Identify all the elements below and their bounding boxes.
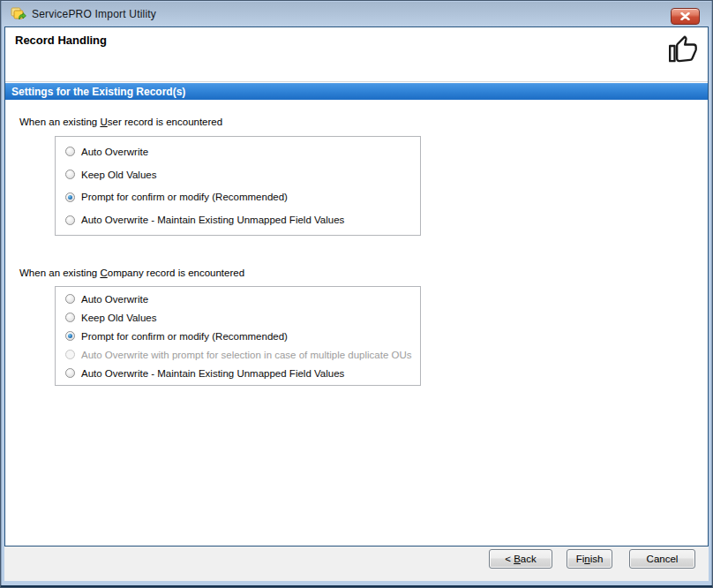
- user-record-groupbox: Auto Overwrite Keep Old Values Prompt fo…: [55, 136, 421, 236]
- radio-label: Prompt for confirm or modify (Recommende…: [81, 192, 288, 202]
- radio-label: Auto Overwrite with prompt for selection…: [81, 350, 412, 360]
- radio-icon: [65, 215, 75, 225]
- client-area: Record Handling Settings for the Existin…: [4, 26, 709, 581]
- radio-icon: [65, 147, 75, 156]
- label-mnemonic: C: [100, 268, 107, 278]
- label-text: ompany record is encountered: [108, 268, 244, 278]
- radio-icon: [65, 170, 75, 179]
- radio-auto-overwrite-prompt-ous-company: Auto Overwrite with prompt for selection…: [65, 345, 420, 364]
- button-text: ack: [521, 554, 537, 564]
- close-x-icon: [680, 12, 690, 20]
- radio-auto-overwrite-maintain-company[interactable]: Auto Overwrite - Maintain Existing Unmap…: [65, 364, 420, 382]
- radio-icon: [65, 313, 75, 322]
- section-banner-title: Settings for the Existing Record(s): [11, 86, 185, 98]
- label-text: When an existing: [19, 268, 100, 278]
- main-panel: Record Handling Settings for the Existin…: [4, 26, 709, 547]
- button-text: Cancel: [647, 554, 679, 564]
- button-text: ish: [590, 554, 604, 564]
- radio-prompt-confirm-company[interactable]: Prompt for confirm or modify (Recommende…: [65, 327, 420, 345]
- radio-label: Auto Overwrite - Maintain Existing Unmap…: [81, 368, 344, 379]
- window-title: ServicePRO Import Utility: [32, 8, 156, 20]
- radio-label: Auto Overwrite: [81, 147, 148, 157]
- company-record-groupbox: Auto Overwrite Keep Old Values Prompt fo…: [55, 286, 421, 386]
- user-group-label: When an existing User record is encounte…: [19, 117, 222, 127]
- label-mnemonic: U: [100, 117, 107, 127]
- radio-selected-icon: [65, 192, 75, 202]
- company-group-label: When an existing Company record is encou…: [19, 268, 244, 278]
- button-mnemonic: B: [514, 554, 521, 564]
- radio-label: Keep Old Values: [81, 313, 156, 323]
- radio-disabled-icon: [65, 350, 75, 359]
- radio-auto-overwrite-company[interactable]: Auto Overwrite: [65, 290, 420, 308]
- title-bar: ServicePRO Import Utility: [2, 2, 711, 26]
- button-text: <: [505, 554, 514, 564]
- page-header: Record Handling: [5, 27, 708, 81]
- bottom-button-bar: < Back Finish Cancel: [4, 547, 709, 581]
- label-text: ser record is encountered: [108, 117, 222, 127]
- radio-auto-overwrite-maintain-user[interactable]: Auto Overwrite - Maintain Existing Unmap…: [65, 208, 420, 231]
- radio-icon: [65, 294, 75, 304]
- radio-prompt-confirm-user[interactable]: Prompt for confirm or modify (Recommende…: [65, 186, 420, 209]
- page-title: Record Handling: [15, 34, 107, 47]
- radio-label: Auto Overwrite: [81, 294, 148, 305]
- label-text: When an existing: [19, 117, 100, 127]
- radio-label: Auto Overwrite - Maintain Existing Unmap…: [81, 215, 344, 225]
- finish-button[interactable]: Finish: [567, 549, 612, 569]
- settings-content: When an existing User record is encounte…: [5, 101, 708, 546]
- close-button[interactable]: [671, 8, 700, 25]
- radio-selected-icon: [65, 331, 75, 341]
- cancel-button[interactable]: Cancel: [629, 549, 695, 569]
- radio-keep-old-values-company[interactable]: Keep Old Values: [65, 308, 420, 327]
- thumbs-up-icon: [666, 29, 702, 72]
- back-button[interactable]: < Back: [489, 549, 552, 569]
- app-import-icon: [11, 7, 26, 21]
- radio-keep-old-values-user[interactable]: Keep Old Values: [65, 163, 420, 186]
- radio-label: Prompt for confirm or modify (Recommende…: [81, 331, 288, 342]
- radio-label: Keep Old Values: [81, 170, 156, 180]
- servicepro-import-utility-window: ServicePRO Import Utility Record Handlin…: [0, 0, 713, 588]
- radio-auto-overwrite-user[interactable]: Auto Overwrite: [65, 140, 420, 163]
- radio-icon: [65, 368, 75, 378]
- button-text: Fi: [576, 554, 585, 564]
- section-banner: Settings for the Existing Record(s): [5, 83, 708, 100]
